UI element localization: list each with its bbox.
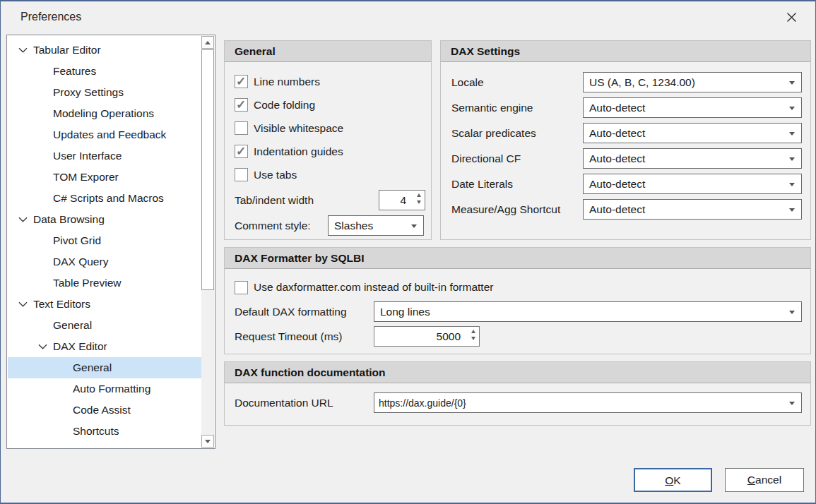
dropdown-value: Auto-detect	[584, 178, 662, 191]
sidebar-item-text-editors-general[interactable]: General	[8, 315, 201, 336]
code-folding-checkbox[interactable]	[235, 98, 248, 112]
sidebar-item-tabular-editor[interactable]: Tabular Editor	[8, 40, 201, 61]
default-formatting-dropdown[interactable]: Long lines	[374, 301, 802, 322]
tree-scrollbar[interactable]	[201, 36, 214, 448]
chevron-down-icon[interactable]	[18, 301, 28, 307]
use-tabs-row[interactable]: Use tabs	[225, 163, 431, 186]
scrollbar-down-button[interactable]	[201, 435, 214, 448]
scalar-predicates-dropdown[interactable]: Auto-detect	[583, 123, 802, 143]
locale-label: Locale	[451, 76, 484, 89]
group-general: General Line numbers Code folding Visibl…	[224, 40, 432, 240]
scalar-predicates-row: Scalar predicates Auto-detect	[441, 123, 810, 143]
sidebar-item-updates-and-feedback[interactable]: Updates and Feedback	[8, 124, 201, 145]
chevron-down-icon[interactable]	[18, 47, 28, 53]
scalar-predicates-label: Scalar predicates	[451, 127, 536, 140]
directional-cf-row: Directional CF Auto-detect	[441, 148, 810, 169]
titlebar: Preferences	[1, 1, 815, 34]
tree-item-label: DAX Query	[53, 256, 108, 268]
sidebar-item-user-interface[interactable]: User Interface	[8, 145, 201, 167]
request-timeout-spinner[interactable]: 5000	[374, 326, 480, 347]
tree-item-label: Shortcuts	[73, 425, 119, 438]
window-title: Preferences	[20, 11, 81, 23]
tree-item-label: Updates and Feedback	[53, 128, 166, 141]
chevron-down-icon[interactable]	[37, 344, 48, 349]
tree-item-label: Pivot Grid	[53, 234, 101, 247]
line-numbers-row[interactable]: Line numbers	[225, 70, 431, 93]
code-folding-row[interactable]: Code folding	[225, 93, 431, 116]
group-title: General	[225, 41, 431, 62]
cancel-button[interactable]: Cancel	[725, 468, 804, 492]
group-dax-documentation: DAX function documentation Documentation…	[224, 361, 811, 426]
checkbox-label: Indentation guides	[254, 145, 343, 158]
tab-indent-width-spinner[interactable]: 4	[379, 190, 425, 210]
sidebar-item-dax-editor[interactable]: DAX Editor	[8, 336, 201, 357]
chevron-down-icon	[789, 107, 795, 110]
sidebar-item-sql-editor[interactable]: SQL Editor	[8, 442, 201, 448]
directional-cf-label: Directional CF	[451, 152, 521, 165]
dropdown-value: Auto-detect	[584, 127, 662, 140]
locale-dropdown[interactable]: US (A, B, C, 1234.00)	[583, 72, 802, 92]
date-literals-label: Date Literals	[451, 178, 513, 191]
indentation-guides-row[interactable]: Indentation guides	[225, 140, 431, 163]
checkbox-label: Line numbers	[254, 76, 320, 88]
date-literals-dropdown[interactable]: Auto-detect	[583, 174, 802, 194]
tree-item-label: General	[73, 361, 112, 374]
sidebar-item-modeling-operations[interactable]: Modeling Operations	[8, 103, 201, 124]
sidebar-item-tom-explorer[interactable]: TOM Exporer	[8, 167, 201, 188]
sidebar-item-auto-formatting[interactable]: Auto Formatting	[8, 378, 201, 400]
request-timeout-label: Request Timeout (ms)	[235, 330, 374, 343]
semantic-engine-row: Semantic engine Auto-detect	[441, 97, 810, 118]
arrow-up-icon	[205, 41, 211, 44]
measure-agg-shortcut-dropdown[interactable]: Auto-detect	[583, 199, 802, 220]
semantic-engine-dropdown[interactable]: Auto-detect	[583, 97, 802, 118]
tree-item-label: General	[53, 319, 92, 332]
group-title: DAX Settings	[441, 41, 810, 62]
sidebar-item-features[interactable]: Features	[8, 61, 201, 82]
sidebar-item-proxy-settings[interactable]: Proxy Settings	[8, 82, 201, 103]
visible-whitespace-row[interactable]: Visible whitespace	[225, 116, 431, 140]
use-daxformatter-checkbox[interactable]	[235, 281, 248, 294]
sidebar-item-data-browsing[interactable]: Data Browsing	[8, 209, 201, 230]
tree-item-label: C# Scripts and Macros	[53, 192, 164, 205]
tree-item-label: Features	[53, 65, 96, 78]
sidebar-item-pivot-grid[interactable]: Pivot Grid	[8, 230, 201, 251]
scrollbar-thumb[interactable]	[201, 49, 214, 290]
ok-button[interactable]: OK	[634, 468, 712, 492]
sidebar-item-dax-query[interactable]: DAX Query	[8, 251, 201, 272]
spinner-arrows[interactable]	[471, 330, 475, 340]
settings-tree: Tabular Editor Features Proxy Settings M…	[8, 36, 201, 448]
chevron-down-icon	[789, 157, 795, 161]
dropdown-value: Long lines	[374, 306, 447, 318]
group-dax-formatter: DAX Formatter by SQLBI Use daxformatter.…	[224, 247, 811, 354]
comment-style-dropdown[interactable]: Slashes	[328, 215, 424, 236]
sidebar-item-table-preview[interactable]: Table Preview	[8, 272, 201, 294]
chevron-down-icon[interactable]	[18, 217, 28, 222]
documentation-url-combo[interactable]: https://dax.guide/{0}	[374, 392, 802, 413]
group-title: DAX function documentation	[225, 362, 810, 383]
tree-item-label: TOM Exporer	[53, 171, 119, 184]
sidebar-item-code-assist[interactable]: Code Assist	[8, 400, 201, 421]
comment-style-row: Comment style: Slashes	[225, 215, 431, 236]
preferences-dialog: Preferences Tabular Editor Features Prox…	[0, 0, 816, 504]
sidebar-item-shortcuts[interactable]: Shortcuts	[8, 421, 201, 442]
indentation-guides-checkbox[interactable]	[235, 145, 248, 158]
use-daxformatter-row[interactable]: Use daxformatter.com instead of built-in…	[225, 277, 810, 298]
group-title: DAX Formatter by SQLBI	[225, 248, 810, 269]
settings-tree-panel: Tabular Editor Features Proxy Settings M…	[6, 35, 215, 449]
scrollbar-up-button[interactable]	[201, 36, 214, 49]
line-numbers-checkbox[interactable]	[235, 75, 248, 88]
sidebar-item-dax-editor-general[interactable]: General	[8, 357, 201, 378]
chevron-down-icon	[411, 224, 417, 228]
sidebar-item-csharp-scripts[interactable]: C# Scripts and Macros	[8, 188, 201, 209]
spinner-arrows[interactable]	[417, 193, 421, 204]
close-button[interactable]	[783, 10, 800, 27]
sidebar-item-text-editors[interactable]: Text Editors	[8, 294, 201, 315]
arrow-up-icon	[471, 330, 475, 333]
directional-cf-dropdown[interactable]: Auto-detect	[583, 148, 802, 169]
use-tabs-checkbox[interactable]	[235, 168, 248, 181]
tree-item-label: SQL Editor	[53, 446, 106, 448]
measure-agg-shortcut-label: Measure/Agg Shortcut	[451, 203, 560, 216]
visible-whitespace-checkbox[interactable]	[235, 121, 248, 135]
tree-item-label: DAX Editor	[53, 340, 107, 353]
arrow-down-icon	[417, 200, 421, 204]
